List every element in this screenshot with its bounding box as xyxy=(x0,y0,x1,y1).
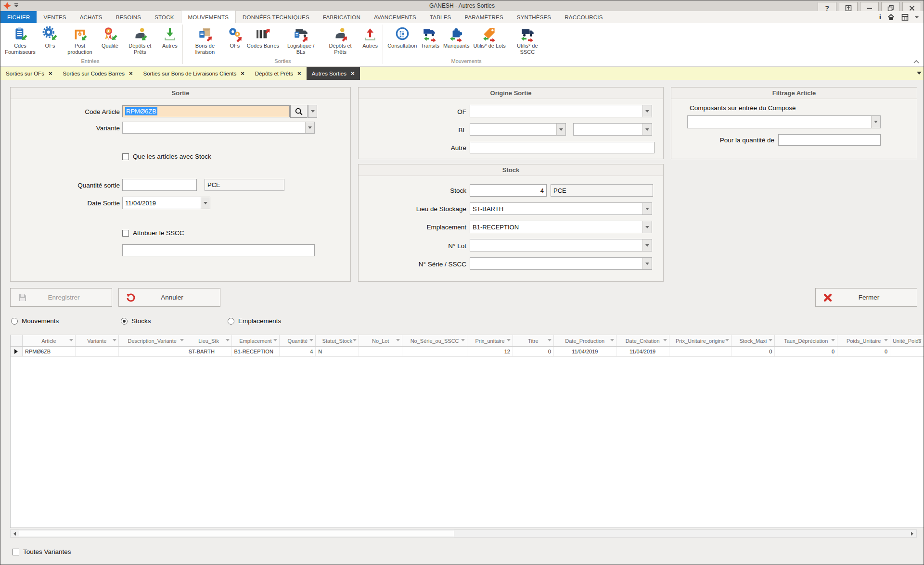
grid-column-header[interactable]: Poids_Unitaire xyxy=(837,335,890,346)
grid-column-header[interactable]: Prix_Unitaire_origine xyxy=(669,335,732,346)
grid-column-header[interactable]: Titre xyxy=(513,335,554,346)
filter-icon[interactable] xyxy=(831,339,835,341)
ribbon-consultation[interactable]: Consultation xyxy=(385,24,419,50)
filter-icon[interactable] xyxy=(180,339,184,341)
grid-column-header[interactable]: Description_Variante xyxy=(119,335,186,346)
ribbon-logistique-bls[interactable]: Logistique / BLs xyxy=(281,24,321,55)
grid-column-header[interactable]: Statut_Stock xyxy=(316,335,359,346)
scroll-right-arrow[interactable] xyxy=(908,530,916,537)
tab-sorties-sur-ofs[interactable]: Sorties sur OFs × xyxy=(0,67,57,80)
scrollbar-track[interactable] xyxy=(454,530,908,537)
menu-parametres[interactable]: PARAMÈTRES xyxy=(458,11,510,23)
cell-prix-unitaire[interactable]: 12 xyxy=(467,347,513,356)
grid-column-header[interactable]: No_Série_ou_SSCC xyxy=(402,335,467,346)
ribbon-bons-livraison[interactable]: Bons de livraison xyxy=(185,24,225,55)
grid-column-header[interactable]: Article xyxy=(23,335,76,346)
grid-column-header[interactable]: Unité_Poids xyxy=(890,335,924,346)
cell-stock-maxi[interactable]: 0 xyxy=(732,347,775,356)
filter-icon[interactable] xyxy=(226,339,230,341)
home-icon[interactable] xyxy=(887,13,895,21)
grid-column-header[interactable]: Quantité xyxy=(280,335,316,346)
chevron-down-icon[interactable] xyxy=(201,197,210,209)
checkbox-unchecked[interactable] xyxy=(122,230,129,237)
date-sortie-combo[interactable]: 11/04/2019 xyxy=(122,197,210,209)
scroll-left-arrow[interactable] xyxy=(11,530,19,537)
chevron-down-icon[interactable] xyxy=(642,221,652,233)
quantite-sortie-field[interactable] xyxy=(122,179,197,191)
cell-no-lot[interactable] xyxy=(359,347,402,356)
emplacement-combo[interactable]: B1-RECEPTION xyxy=(470,221,652,233)
cell-date-creation[interactable]: 11/04/2019 xyxy=(616,347,669,356)
pour-quantite-field[interactable] xyxy=(778,134,881,146)
cell-titre[interactable]: 0 xyxy=(513,347,554,356)
variante-combo[interactable] xyxy=(122,122,315,134)
tab-close-icon[interactable]: × xyxy=(129,70,133,76)
filter-icon[interactable] xyxy=(725,339,729,341)
close-form-button[interactable]: Fermer xyxy=(815,288,917,307)
ribbon-sorties-autres[interactable]: Autres xyxy=(360,24,380,50)
checkbox-unchecked[interactable] xyxy=(13,549,19,555)
menu-mouvements[interactable]: MOUVEMENTS xyxy=(181,10,236,23)
cell-statut-stock[interactable]: N xyxy=(316,347,359,356)
chevron-down-icon[interactable] xyxy=(642,239,652,251)
menu-tables[interactable]: TABLES xyxy=(423,11,458,23)
tab-sorties-codes-barres[interactable]: Sorties sur Codes Barres × xyxy=(57,67,138,80)
menu-avancements[interactable]: AVANCEMENTS xyxy=(367,11,423,23)
radio-selected-icon[interactable] xyxy=(121,318,128,325)
ribbon-sorties-depots-prets[interactable]: Dépôts et Prêts xyxy=(321,24,360,55)
stock-field[interactable]: 4 xyxy=(470,184,547,197)
grid-column-header[interactable]: Variante xyxy=(76,335,119,346)
ribbon-post-production[interactable]: Post production xyxy=(60,24,100,55)
tab-overflow-caret-icon[interactable] xyxy=(917,72,922,75)
filter-icon[interactable] xyxy=(309,339,313,341)
ribbon-entrees-autres[interactable]: Autres xyxy=(160,24,180,50)
code-article-field[interactable]: RPMØ6ZB xyxy=(122,105,290,117)
tab-close-icon[interactable]: × xyxy=(49,70,52,76)
toutes-variantes-checkbox-row[interactable]: Toutes Variantes xyxy=(13,548,71,555)
of-combo[interactable] xyxy=(470,105,652,117)
article-search-button[interactable] xyxy=(290,105,308,118)
no-lot-combo[interactable] xyxy=(470,239,652,251)
filter-icon[interactable] xyxy=(884,339,888,341)
filter-icon[interactable] xyxy=(69,339,73,341)
menu-ventes[interactable]: VENTES xyxy=(37,11,73,23)
filter-icon[interactable] xyxy=(663,339,667,341)
ribbon-transits[interactable]: Transits xyxy=(419,24,441,50)
filter-icon[interactable] xyxy=(610,339,614,341)
tab-autres-sorties[interactable]: Autres Sorties × xyxy=(307,67,360,80)
cell-unite-poids[interactable] xyxy=(890,347,924,356)
scrollbar-thumb[interactable] xyxy=(19,530,454,537)
ribbon-cdes-fournisseurs[interactable]: Cdes Fournisseurs xyxy=(0,24,40,55)
chevron-down-icon[interactable] xyxy=(642,258,652,269)
tab-sorties-bl-clients[interactable]: Sorties sur Bons de Livraisons Clients × xyxy=(138,67,250,80)
tab-depots-prets[interactable]: Dépôts et Prêts × xyxy=(250,67,307,80)
menu-besoins[interactable]: BESOINS xyxy=(109,11,148,23)
filter-icon[interactable] xyxy=(396,339,400,341)
cell-variante[interactable] xyxy=(76,347,119,356)
grid-column-header[interactable]: Emplacement xyxy=(232,335,280,346)
menu-donnees-techniques[interactable]: DONNÉES TECHNIQUES xyxy=(236,11,316,23)
ribbon-utilis-sscc[interactable]: Utilis° de SSCC xyxy=(508,24,547,55)
menu-achats[interactable]: ACHATS xyxy=(73,11,109,23)
no-serie-sscc-combo[interactable] xyxy=(470,257,652,270)
cancel-button[interactable]: Annuler xyxy=(118,288,220,307)
menu-stock[interactable]: STOCK xyxy=(148,11,180,23)
cell-lieu-stk[interactable]: ST-BARTH xyxy=(186,347,232,356)
grid-column-header[interactable]: Taux_Dépréciation xyxy=(775,335,837,346)
horizontal-scrollbar[interactable] xyxy=(10,529,917,538)
ribbon-utilis-lots[interactable]: Utilis° de Lots xyxy=(471,24,507,50)
ribbon-collapse-icon[interactable] xyxy=(913,59,920,65)
bl-combo-1[interactable] xyxy=(470,123,566,136)
ribbon-codes-barres[interactable]: Codes Barres xyxy=(245,24,281,50)
ribbon-entrees-ofs[interactable]: OFs xyxy=(40,24,60,50)
lieu-stockage-combo[interactable]: ST-BARTH xyxy=(470,202,652,215)
cell-taux-depreciation[interactable]: 0 xyxy=(775,347,837,356)
radio-icon[interactable] xyxy=(228,318,234,325)
cell-quantite[interactable]: 4 xyxy=(280,347,316,356)
composants-combo[interactable] xyxy=(687,115,881,128)
grid-column-header[interactable]: No_Lot xyxy=(359,335,402,346)
tab-close-icon[interactable]: × xyxy=(297,70,301,76)
menu-fabrication[interactable]: FABRICATION xyxy=(316,11,367,23)
filter-icon[interactable] xyxy=(507,339,511,341)
save-button[interactable]: Enregistrer xyxy=(10,288,112,307)
